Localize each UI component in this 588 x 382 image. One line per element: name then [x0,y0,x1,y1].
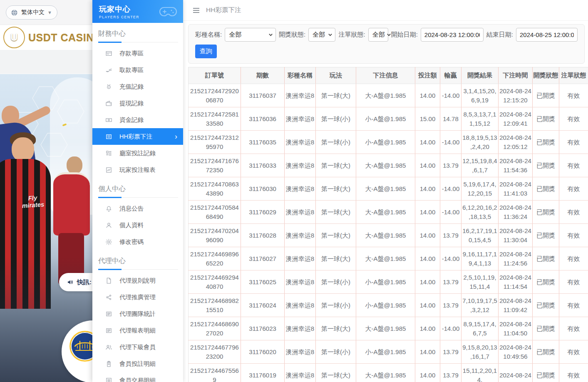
cell-bet-time: 2024-08-24 12:09:41 [499,107,533,131]
cell-bet-time: 2024-08-24 11:14:54 [499,270,533,294]
player-head [67,156,82,174]
sidebar-item-icon [105,67,112,74]
sidebar-item-icon [105,377,112,382]
cell-order-status: 有效 [559,131,588,154]
sidebar-item-icon [105,238,112,246]
cell-lottery-name: 澳洲幸运8 [285,177,316,201]
sidebar-item[interactable]: 玩家投注報表 [92,161,183,178]
sidebar-item[interactable]: 會員投註明細 [92,355,183,372]
cell-bet-info: 小-A盤@1.985 [356,270,415,294]
cell-order-status: 有效 [559,270,588,294]
sidebar-item[interactable]: 代理報表明細 [92,322,183,339]
sidebar-item[interactable]: 資金記錄 [92,112,183,128]
start-date-input[interactable] [421,28,484,42]
cell-order-status: 有效 [559,107,588,131]
sidebar-item-label: 修改密碼 [119,238,144,246]
sidebar-item-label: 個人資料 [119,221,144,229]
end-date-input[interactable] [516,28,578,42]
cell-win-loss: -14.00 [440,317,461,340]
cell-bet-time: 2024-08-24 12:15:20 [499,84,533,107]
sidebar-item[interactable]: 消息公告 [92,200,183,217]
cell-win-loss: 13.79 [440,294,461,317]
sidebar-item-icon [105,294,112,301]
sidebar-item[interactable]: 提現記錄 [92,95,183,112]
casino-site-background: 繁体中文 ▼ U USDT CASINO [0,0,92,382]
cell-draw-result: 16,2,17,19,10,15,4,5 [461,224,499,247]
chevron-down-icon [328,32,332,37]
table-row: 2152172447086343890 31176030 澳洲幸运8 第一球(大… [189,177,588,201]
cell-bet-amount: 14.00 [415,317,440,340]
sidebar-item-label: 消息公告 [119,205,144,213]
cell-bet-info: 大-A盤@1.985 [356,84,415,107]
sidebar-item[interactable]: HH彩票下注 › [92,128,183,145]
bets-table: 訂單號 期數 彩種名稱 玩法 下注信息 投注額 輸贏 開獎結果 [188,67,588,382]
cell-draw-result: 5,19,6,17,4,12,20,15 [461,177,499,201]
site-logo[interactable]: U USDT CASINO [0,25,92,50]
sidebar-item[interactable]: 個人資料 [92,217,183,233]
cell-draw-status: 已開獎 [533,294,559,317]
filter-label-order-status: 注單狀態: [338,31,365,39]
cell-draw-status: 已開獎 [533,270,559,294]
cell-order-no: 2152172446929440870 [189,270,241,294]
table-row: 2152172447167672350 31176033 澳洲幸运8 第一球(大… [189,154,588,177]
cell-win-loss: -14.00 [440,247,461,270]
cell-period: 31176023 [241,317,285,340]
filter-label-lottery: 彩種名稱: [195,31,222,39]
cell-lottery-name: 澳洲幸运8 [285,131,316,154]
sidebar-item[interactable]: 充值記錄 [92,78,183,95]
cell-draw-status: 已開獎 [533,107,559,131]
sidebar-item-icon [105,360,112,367]
cell-bet-time: 2024-08-24 11:04:50 [499,317,533,340]
cell-order-status: 有效 [559,177,588,201]
cell-order-no: 2152172447258133580 [189,107,241,131]
draw-status-select[interactable]: 全部 [308,28,335,42]
sidebar-item-label: 代理下級會員 [119,343,156,351]
chevron-down-icon: ▼ [47,10,52,15]
filter-label-start-date: 開始日期: [391,31,418,39]
cell-lottery-name: 澳洲幸运8 [285,107,316,131]
cell-draw-result: 6,12,20,16,2,18,13,5 [461,201,499,224]
sidebar-item[interactable]: 代理下級會員 [92,339,183,355]
cell-draw-result: 8,9,15,17,4,6,7,5 [461,317,499,340]
sidebar-item[interactable]: 修改密碼 [92,233,183,250]
globe-icon [10,9,18,17]
table-column-header: 輸贏 [440,67,461,84]
cell-bet-amount: 15.00 [415,107,440,131]
sidebar-item[interactable]: 代理規則說明 [92,272,183,289]
cell-play-type: 第一球(小) [316,131,356,154]
cell-order-no: 215217244675569 [189,364,241,382]
cell-order-no: 2152172447058468490 [189,201,241,224]
sidebar-item[interactable]: 會員交易明細 [92,372,183,382]
language-selector[interactable]: 繁体中文 ▼ [6,5,57,20]
sidebar-item[interactable]: 存款專區 [92,45,183,62]
lottery-type-select[interactable]: 全部 [225,28,276,42]
cell-play-type: 第一球(大) [316,317,356,340]
search-button[interactable]: 查詢 [195,45,217,58]
menu-toggle-icon[interactable] [191,6,201,15]
cell-bet-time: 2024-08-24 11:30:04 [499,224,533,247]
cell-win-loss: 13.79 [440,154,461,177]
cell-bet-info: 小-A盤@1.985 [356,107,415,131]
sidebar-section-heading: 財務中心 [98,23,178,42]
filter-label-end-date: 結束日期: [486,31,513,39]
cell-lottery-name: 澳洲幸运8 [285,270,316,294]
sidebar-item[interactable]: 代理團隊統計 [92,305,183,322]
cell-draw-result: 3,1,4,15,20,6,9,19 [461,84,499,107]
cell-draw-result: 9,16,11,17,19,4,1,13 [461,247,499,270]
cell-period: 31176030 [241,177,285,201]
table-row: 2152172447020496090 31176028 澳洲幸运8 第一球(大… [189,224,588,247]
cell-order-status: 有效 [559,340,588,364]
sidebar-item-label: 代理報表明細 [119,327,156,335]
table-column-header: 訂單號 [189,67,241,84]
sidebar-item[interactable]: 取款專區 [92,62,183,78]
chevron-right-icon: › [175,133,177,140]
table-row: 2152172446989665220 31176027 澳洲幸运8 第一球(大… [189,247,588,270]
order-status-select[interactable]: 全部 [368,28,388,42]
sidebar-item[interactable]: 代理推廣管理 [92,289,183,305]
cell-order-status: 有效 [559,294,588,317]
sidebar-item[interactable]: 廳室投註記錄 [92,145,183,161]
cell-bet-amount: 14.00 [415,294,440,317]
cell-play-type: 第一球(小) [316,340,356,364]
table-column-header: 期數 [241,67,285,84]
cell-draw-status: 已開獎 [533,201,559,224]
